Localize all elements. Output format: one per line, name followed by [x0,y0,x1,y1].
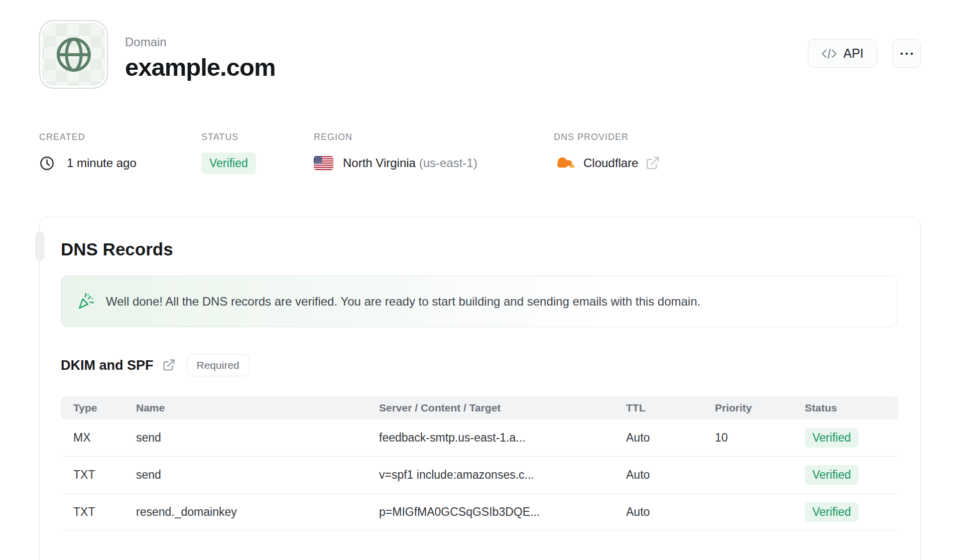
cell-type: MX [73,431,136,445]
region-code: (us-east-1) [419,156,477,170]
header-actions: API [808,39,921,68]
col-priority: Priority [715,402,805,414]
domain-avatar [39,20,108,89]
required-badge: Required [187,354,250,376]
cell-ttl: Auto [626,431,715,445]
clock-icon [39,156,55,171]
domain-identity: Domain example.com [39,20,276,89]
cell-name: resend._domainkey [136,505,379,519]
col-type: Type [73,402,136,414]
cell-name: send [136,431,379,445]
region-value: North Virginia (us-east-1) [343,156,477,170]
api-button-label: API [843,46,864,61]
meta-region: REGION [314,132,554,174]
table-row: TXT resend._domainkey p=MIGfMA0GCSqGSIb3… [61,494,899,531]
cell-content: v=spf1 include:amazonses.c... [379,468,626,482]
meta-created: CREATED 1 minute ago [39,132,201,174]
col-ttl: TTL [626,402,715,414]
meta-status: STATUS Verified [201,132,314,174]
status-badge: Verified [201,153,256,174]
dns-records-card: DNS Records Well done! All the DNS recor… [39,217,921,560]
external-link-icon[interactable] [645,156,660,171]
cell-content: p=MIGfMA0GCSqGSIb3DQE... [379,505,626,519]
dns-provider-value: Cloudflare [583,156,638,170]
us-flag-icon [314,156,333,170]
table-row: TXT send v=spf1 include:amazonses.c... A… [61,457,899,494]
cell-name: send [136,468,379,482]
title-block: Domain example.com [125,20,276,89]
col-name: Name [136,402,379,414]
success-banner-text: Well done! All the DNS records are verif… [106,295,700,309]
cell-ttl: Auto [626,505,715,519]
created-value: 1 minute ago [67,156,137,170]
domain-detail-page: Domain example.com API [0,0,976,560]
cell-type: TXT [73,468,136,482]
dns-records-title: DNS Records [61,239,898,259]
meta-dns-provider: DNS PROVIDER Cloudflar [554,132,660,174]
dkim-spf-section-header: DKIM and SPF Required [61,354,898,376]
region-label: REGION [314,132,554,143]
success-banner: Well done! All the DNS records are verif… [61,275,898,327]
dns-records-table: Type Name Server / Content / Target TTL … [61,396,899,531]
cloudflare-icon [554,155,576,171]
created-label: CREATED [39,132,201,143]
cell-status: Verified [805,428,891,448]
table-row: MX send feedback-smtp.us-east-1.a... Aut… [61,419,899,457]
col-content: Server / Content / Target [379,402,626,414]
domain-meta-row: CREATED 1 minute ago STATUS Verified [39,132,921,174]
cell-priority: 10 [715,431,805,445]
verified-badge: Verified [805,465,859,485]
cell-type: TXT [73,505,136,519]
more-options-button[interactable] [892,39,921,68]
domain-eyebrow: Domain [125,35,276,49]
external-link-icon[interactable] [162,358,176,372]
api-button[interactable]: API [808,39,877,68]
page-header: Domain example.com API [39,20,921,89]
page-title: example.com [125,53,276,81]
ellipsis-icon [900,52,914,56]
dns-provider-label: DNS PROVIDER [554,132,660,143]
code-icon [821,48,837,60]
verified-badge: Verified [805,502,859,522]
cell-status: Verified [805,465,891,485]
col-status: Status [805,402,891,414]
cell-status: Verified [805,502,891,522]
dkim-spf-title: DKIM and SPF [61,358,154,373]
globe-icon [55,36,93,74]
cell-content: feedback-smtp.us-east-1.a... [379,431,626,445]
party-popper-icon [76,292,95,311]
table-header-row: Type Name Server / Content / Target TTL … [61,396,899,419]
status-label: STATUS [201,132,314,143]
section-indicator [35,232,45,261]
verified-badge: Verified [805,428,859,448]
cell-ttl: Auto [626,468,715,482]
